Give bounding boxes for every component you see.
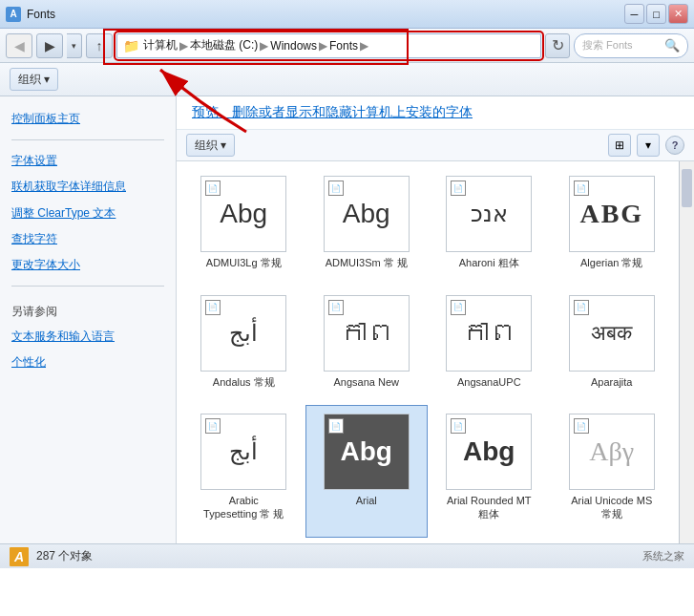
font-preview-text: កាព [462, 317, 515, 349]
search-box[interactable]: 搜索 Fonts 🔍 [574, 33, 688, 58]
font-preview-text: Abg [341, 436, 392, 467]
font-preview-text: Abg [343, 199, 390, 229]
font-item[interactable]: 📄ﺃﺑﺞAndalus 常规 [182, 287, 305, 406]
recent-button[interactable]: ▾ [67, 33, 82, 58]
font-item[interactable]: 📄កាពAngsana New [305, 287, 429, 406]
font-preview-text: ﺃﺑﺞ [229, 438, 258, 465]
content-area: 预览、删除或者显示和隐藏计算机上安装的字体 组织 ▾ ⊞ ▾ ? 📄AbgADM… [177, 96, 694, 543]
font-item[interactable]: 📄កាពAngsanaUPC [428, 287, 551, 406]
font-item[interactable]: 📄ABGAlgerian 常规 [551, 167, 674, 287]
font-file-icon: 📄 [328, 181, 344, 196]
font-file-icon: 📄 [451, 300, 466, 315]
font-preview-text: កាព [340, 317, 393, 349]
sidebar-item-personalize[interactable]: 个性化 [0, 350, 176, 375]
up-button[interactable]: ↑ [86, 33, 113, 58]
sidebar-divider-2 [11, 286, 164, 287]
font-item[interactable]: 📄AbgArial Rounded MT 粗体 [428, 405, 551, 538]
view-toolbar: 组织 ▾ ⊞ ▾ ? [177, 130, 694, 161]
page-description: 预览、删除或者显示和隐藏计算机上安装的字体 [192, 104, 473, 119]
font-item[interactable]: 📄अबकAparajita [551, 287, 674, 406]
font-file-icon: 📄 [451, 181, 466, 196]
address-path[interactable]: 📁 计算机 ▶ 本地磁盘 (C:) ▶ Windows ▶ Fonts ▶ [116, 33, 541, 58]
font-file-icon: 📄 [205, 300, 221, 315]
font-file-icon: 📄 [451, 418, 466, 434]
font-file-icon: 📄 [205, 181, 221, 196]
font-preview-text: Αβγ [589, 436, 634, 467]
path-part-2: 本地磁盘 (C:) [190, 37, 258, 53]
status-count: 287 个对象 [36, 548, 93, 564]
view-organize-button[interactable]: 组织 ▾ [186, 134, 235, 157]
font-preview-text: ﺃﺑﺞ [229, 320, 258, 347]
font-item[interactable]: 📄AbgArial [305, 405, 429, 538]
path-part-1: 计算机 [143, 37, 178, 53]
sidebar-item-font-size[interactable]: 更改字体大小 [0, 252, 176, 278]
font-name-label: Arabic Typesetting 常 规 [200, 494, 286, 521]
search-placeholder: 搜索 Fonts [582, 38, 633, 53]
scroll-thumb[interactable] [682, 169, 692, 207]
back-button[interactable]: ◀ [6, 33, 32, 58]
window-icon: A [6, 7, 21, 22]
close-button[interactable]: ✕ [668, 4, 688, 24]
sidebar-item-control-panel[interactable]: 控制面板主页 [0, 106, 176, 132]
address-bar: ◀ ▶ ▾ ↑ 📁 计算机 ▶ 本地磁盘 (C:) ▶ Windows ▶ Fo… [0, 29, 694, 63]
maximize-button[interactable]: □ [646, 4, 666, 24]
folder-icon: 📁 [123, 38, 139, 53]
view-mode-button[interactable]: ⊞ [608, 134, 631, 157]
font-preview-text: ABG [579, 199, 643, 229]
font-preview-text: अबक [591, 321, 632, 346]
font-item[interactable]: 📄AbgADMUI3Sm 常 规 [305, 167, 429, 287]
sidebar-item-find-chars[interactable]: 查找字符 [0, 226, 176, 252]
font-name-label: Algerian 常规 [580, 256, 642, 269]
help-button[interactable]: ? [665, 136, 684, 155]
status-icon: A [10, 547, 29, 566]
font-file-icon: 📄 [574, 300, 589, 315]
sidebar-also-see-label: 另请参阅 [0, 294, 176, 324]
window-controls: ─ □ ✕ [624, 4, 688, 24]
font-file-icon: 📄 [574, 418, 589, 434]
font-item[interactable]: 📄אנכAharoni 粗体 [428, 167, 551, 287]
search-icon: 🔍 [664, 38, 680, 53]
scrollbar[interactable] [679, 161, 694, 543]
font-name-label: Arial [356, 494, 377, 507]
sidebar-divider-1 [11, 139, 164, 140]
path-part-3: Windows [270, 39, 317, 53]
sidebar-item-cleartype[interactable]: 调整 ClearType 文本 [0, 201, 176, 226]
font-item[interactable]: 📄ﺃﺑﺞArabic Typesetting 常 规 [182, 405, 305, 538]
font-grid: 📄AbgADMUI3Lg 常规📄AbgADMUI3Sm 常 规📄אנכAharo… [177, 161, 679, 543]
toolbar: 组织 ▾ [0, 63, 694, 96]
font-name-label: ADMUI3Lg 常规 [206, 256, 282, 269]
font-name-label: Aparajita [591, 375, 632, 389]
organize-button[interactable]: 组织 ▾ [10, 68, 58, 91]
font-file-icon: 📄 [574, 181, 589, 196]
sidebar: 控制面板主页 字体设置 联机获取字体详细信息 调整 ClearType 文本 查… [0, 96, 177, 543]
font-item[interactable]: 📄ΑβγArial Unicode MS 常规 [551, 405, 674, 538]
minimize-button[interactable]: ─ [624, 4, 644, 24]
font-preview-text: Abg [463, 436, 515, 467]
main-layout: 控制面板主页 字体设置 联机获取字体详细信息 调整 ClearType 文本 查… [0, 96, 694, 543]
content-header: 预览、删除或者显示和隐藏计算机上安装的字体 [177, 96, 694, 130]
path-part-4: Fonts [329, 39, 358, 53]
sidebar-item-font-settings[interactable]: 字体设置 [0, 148, 176, 174]
watermark: 系统之家 [642, 549, 684, 563]
font-name-label: Arial Unicode MS 常规 [569, 494, 655, 521]
sidebar-item-text-services[interactable]: 文本服务和输入语言 [0, 324, 176, 350]
font-item[interactable]: 📄AbgADMUI3Lg 常规 [182, 167, 305, 287]
title-bar: A Fonts ─ □ ✕ [0, 0, 694, 29]
status-bar: A 287 个对象 系统之家 [0, 543, 694, 568]
font-file-icon: 📄 [328, 300, 344, 315]
forward-button[interactable]: ▶ [36, 33, 63, 58]
font-name-label: ADMUI3Sm 常 规 [326, 256, 408, 269]
font-name-label: Angsana New [334, 375, 400, 389]
font-preview-text: אנכ [471, 201, 508, 227]
font-name-label: AngsanaUPC [457, 375, 521, 389]
font-preview-text: Abg [220, 199, 267, 229]
view-dropdown-button[interactable]: ▾ [637, 134, 660, 157]
font-file-icon: 📄 [205, 418, 221, 434]
font-file-icon: 📄 [328, 418, 344, 434]
font-name-label: Arial Rounded MT 粗体 [446, 494, 532, 521]
font-name-label: Andalus 常规 [213, 375, 275, 389]
sidebar-item-online-fonts[interactable]: 联机获取字体详细信息 [0, 174, 176, 200]
font-name-label: Aharoni 粗体 [459, 256, 519, 269]
refresh-button[interactable]: ↻ [545, 33, 570, 58]
window-title: Fonts [27, 8, 55, 21]
